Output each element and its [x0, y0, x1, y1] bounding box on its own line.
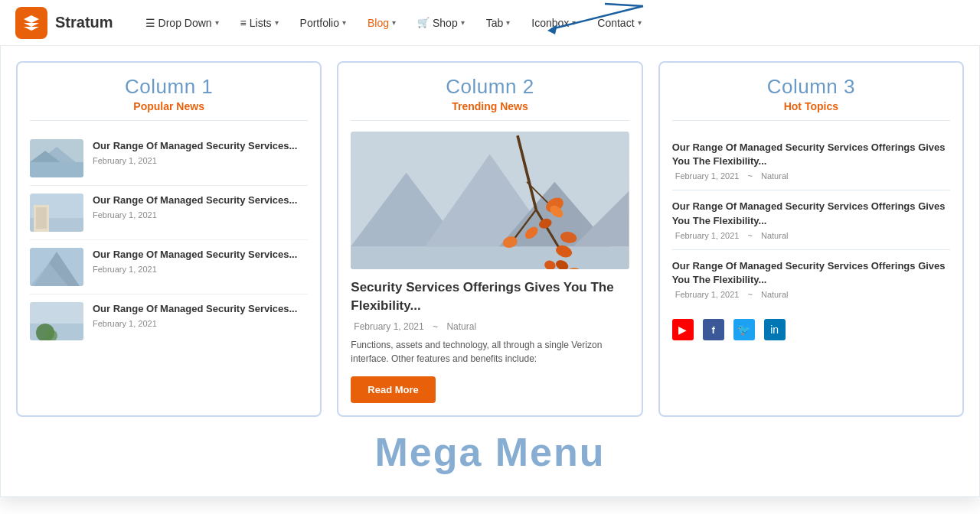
news-thumbnail [30, 194, 83, 232]
hot-date: February 1, 2021 [675, 171, 740, 181]
nav-shop-label: Shop [433, 17, 458, 29]
col1-subtitle: Popular News [30, 100, 308, 112]
thumb-image-2 [30, 194, 83, 232]
nav-dropdown[interactable]: ☰ Drop Down ▾ [136, 12, 228, 34]
list-item[interactable]: Our Range Of Managed Security Services..… [30, 132, 308, 186]
svg-rect-10 [36, 207, 47, 229]
nav-blog[interactable]: Blog ▾ [358, 12, 405, 34]
mega-menu: Column 1 Popular News Our Range Of Manag… [0, 46, 980, 497]
hot-title: Our Range Of Managed Security Services O… [672, 141, 950, 168]
featured-excerpt: Functions, assets and technology, all th… [351, 338, 629, 366]
nav-iconbox[interactable]: Iconbox ▾ [522, 12, 585, 34]
linkedin-icon[interactable]: in [764, 319, 786, 340]
social-bar: ▶ f 🐦 in [672, 319, 950, 340]
featured-category: Natural [446, 321, 476, 332]
news-title: Our Range Of Managed Security Services..… [93, 194, 308, 207]
hot-date: February 1, 2021 [675, 290, 740, 299]
nav-dropdown-label: Drop Down [158, 17, 212, 29]
news-title: Our Range Of Managed Security Services..… [93, 139, 308, 153]
meta-sep: ~ [748, 231, 755, 240]
featured-meta: February 1, 2021 ~ Natural [351, 321, 629, 332]
col2-inner: Security Services Offerings Gives You Th… [351, 132, 629, 403]
mega-menu-label: Mega Menu [16, 417, 964, 481]
thumb-image-3 [30, 248, 83, 286]
logo[interactable]: Stratum [15, 7, 113, 39]
chevron-down-icon: ▾ [506, 18, 510, 27]
svg-rect-4 [30, 162, 83, 177]
news-thumbnail [30, 139, 83, 177]
nav-portfolio-label: Portfolio [300, 17, 339, 29]
list-item[interactable]: Our Range Of Managed Security Services O… [672, 190, 950, 249]
chevron-down-icon: ▾ [275, 18, 279, 27]
news-info: Our Range Of Managed Security Services..… [93, 302, 308, 328]
col3-title: Column 3 [672, 75, 950, 99]
hot-meta: February 1, 2021 ~ Natural [672, 290, 950, 299]
col3-header: Column 3 Hot Topics [672, 75, 950, 121]
nav-contact[interactable]: Contact ▾ [588, 12, 650, 34]
news-date: February 1, 2021 [93, 319, 308, 328]
mega-column-3: Column 3 Hot Topics Our Range Of Managed… [658, 61, 964, 417]
navbar: Stratum ☰ Drop Down ▾ ≡ Lists ▾ Portfoli… [0, 0, 980, 46]
news-thumbnail [30, 302, 83, 340]
hot-date: February 1, 2021 [675, 231, 740, 240]
cart-icon: 🛒 [417, 17, 430, 28]
nav-blog-label: Blog [368, 17, 389, 29]
logo-icon [15, 7, 47, 39]
col2-subtitle: Trending News [351, 100, 629, 112]
news-date: February 1, 2021 [93, 156, 308, 165]
col2-title: Column 2 [351, 75, 629, 99]
news-info: Our Range Of Managed Security Services..… [93, 194, 308, 220]
svg-line-2 [605, 4, 643, 6]
list-item[interactable]: Our Range Of Managed Security Services..… [30, 240, 308, 294]
col3-subtitle: Hot Topics [672, 100, 950, 112]
col1-header: Column 1 Popular News [30, 75, 308, 121]
nav-portfolio[interactable]: Portfolio ▾ [291, 12, 355, 34]
read-more-button[interactable]: Read More [351, 376, 435, 403]
news-thumbnail [30, 248, 83, 286]
chevron-down-icon: ▾ [392, 18, 396, 27]
nav-tab[interactable]: Tab ▾ [477, 12, 520, 34]
featured-title[interactable]: Security Services Offerings Gives You Th… [351, 278, 629, 315]
news-date: February 1, 2021 [93, 265, 308, 274]
nav-contact-label: Contact [597, 17, 634, 29]
hot-meta: February 1, 2021 ~ Natural [672, 171, 950, 181]
featured-image [351, 132, 629, 269]
hot-topics-list: Our Range Of Managed Security Services O… [672, 132, 950, 308]
hot-category: Natural [761, 290, 788, 299]
mega-menu-columns: Column 1 Popular News Our Range Of Manag… [16, 61, 964, 417]
meta-separator: ~ [433, 321, 440, 332]
chevron-down-icon: ▾ [461, 18, 465, 27]
news-info: Our Range Of Managed Security Services..… [93, 248, 308, 274]
chevron-down-icon: ▾ [572, 18, 576, 27]
nav-shop[interactable]: 🛒 Shop ▾ [408, 12, 474, 34]
news-title: Our Range Of Managed Security Services..… [93, 248, 308, 262]
list-item[interactable]: Our Range Of Managed Security Services O… [672, 132, 950, 190]
nav-lists[interactable]: ≡ Lists ▾ [231, 12, 288, 34]
mega-column-1: Column 1 Popular News Our Range Of Manag… [16, 61, 322, 417]
hot-category: Natural [761, 171, 788, 181]
mega-column-2: Column 2 Trending News [337, 61, 642, 417]
hot-title: Our Range Of Managed Security Services O… [672, 200, 950, 227]
featured-date: February 1, 2021 [354, 321, 423, 332]
svg-rect-23 [351, 247, 629, 269]
brand-name: Stratum [55, 14, 113, 31]
meta-sep: ~ [748, 290, 755, 299]
col2-header: Column 2 Trending News [351, 75, 629, 121]
list-item[interactable]: Our Range Of Managed Security Services O… [672, 250, 950, 308]
filter-icon: ☰ [145, 17, 155, 29]
twitter-icon[interactable]: 🐦 [733, 319, 755, 340]
youtube-icon[interactable]: ▶ [672, 319, 694, 340]
col1-title: Column 1 [30, 75, 308, 99]
hot-meta: February 1, 2021 ~ Natural [672, 231, 950, 240]
list-icon: ≡ [240, 17, 247, 29]
nav-lists-label: Lists [250, 17, 272, 29]
chevron-down-icon: ▾ [342, 18, 346, 27]
nav-items: ☰ Drop Down ▾ ≡ Lists ▾ Portfolio ▾ Blog… [136, 12, 651, 34]
hot-title: Our Range Of Managed Security Services O… [672, 259, 950, 287]
news-title: Our Range Of Managed Security Services..… [93, 302, 308, 316]
list-item[interactable]: Our Range Of Managed Security Services..… [30, 186, 308, 240]
facebook-icon[interactable]: f [703, 319, 724, 340]
news-info: Our Range Of Managed Security Services..… [93, 139, 308, 165]
list-item[interactable]: Our Range Of Managed Security Services..… [30, 294, 308, 348]
chevron-down-icon: ▾ [215, 18, 219, 27]
